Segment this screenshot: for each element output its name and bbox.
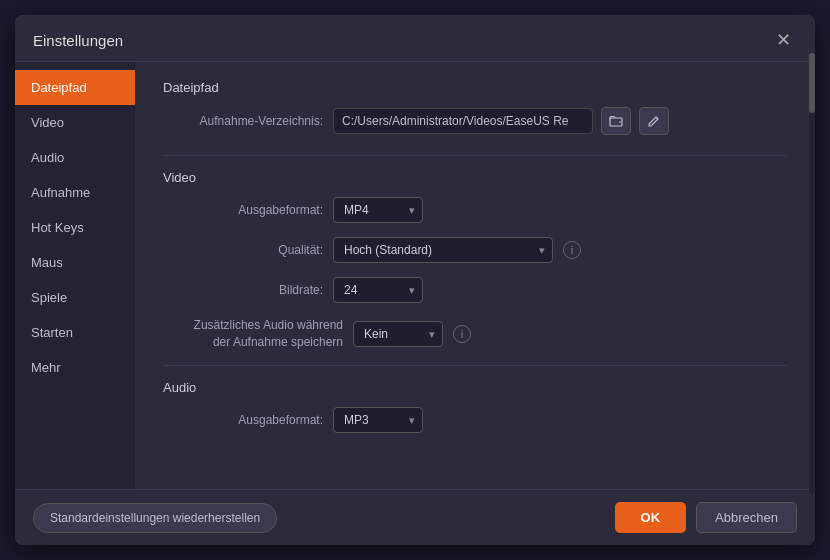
dateipfad-section-title: Dateipfad — [163, 80, 787, 95]
audio-section: Audio Ausgabeformat: MP3 AAC WAV FLAC — [163, 365, 787, 433]
browse-folder-button[interactable] — [601, 107, 631, 135]
sidebar-item-spiele[interactable]: Spiele — [15, 280, 135, 315]
edit-icon — [647, 114, 661, 128]
sidebar-item-audio[interactable]: Audio — [15, 140, 135, 175]
video-section-title: Video — [163, 170, 787, 185]
audio-format-select-wrapper: MP3 AAC WAV FLAC — [333, 407, 423, 433]
scrollbar-thumb[interactable] — [809, 62, 815, 113]
recording-dir-row: Aufnahme-Verzeichnis: — [163, 107, 787, 135]
video-format-select-wrapper: MP4 AVI MOV MKV — [333, 197, 423, 223]
title-bar: Einstellungen ✕ — [15, 15, 815, 62]
main-content: Dateipfad Aufnahme-Verzeichnis: — [135, 62, 815, 489]
path-row — [333, 107, 669, 135]
dateipfad-section: Dateipfad Aufnahme-Verzeichnis: — [163, 80, 787, 135]
sidebar-item-aufnahme[interactable]: Aufnahme — [15, 175, 135, 210]
extra-audio-label: Zusätzliches Audio währendder Aufnahme s… — [163, 317, 343, 351]
video-quality-select[interactable]: Niedrig Mittel Hoch (Standard) Sehr hoch — [333, 237, 553, 263]
extra-audio-row: Zusätzliches Audio währendder Aufnahme s… — [163, 317, 787, 351]
sidebar-item-video[interactable]: Video — [15, 105, 135, 140]
extra-audio-info-icon[interactable]: i — [453, 325, 471, 343]
video-framerate-row: Bildrate: 15 20 24 30 60 — [163, 277, 787, 303]
recording-dir-label: Aufnahme-Verzeichnis: — [163, 114, 323, 128]
content-area: Dateipfad Video Audio Aufnahme Hot Keys … — [15, 62, 815, 489]
video-quality-row: Qualität: Niedrig Mittel Hoch (Standard)… — [163, 237, 787, 263]
video-framerate-label: Bildrate: — [163, 283, 323, 297]
quality-info-icon[interactable]: i — [563, 241, 581, 259]
recording-dir-input[interactable] — [333, 108, 593, 134]
video-format-select[interactable]: MP4 AVI MOV MKV — [333, 197, 423, 223]
video-framerate-select-wrapper: 15 20 24 30 60 — [333, 277, 423, 303]
video-framerate-select[interactable]: 15 20 24 30 60 — [333, 277, 423, 303]
sidebar-item-dateipfad[interactable]: Dateipfad — [15, 70, 135, 105]
footer-right: OK Abbrechen — [615, 502, 797, 533]
sidebar-item-maus[interactable]: Maus — [15, 245, 135, 280]
folder-icon — [609, 114, 623, 128]
close-button[interactable]: ✕ — [770, 29, 797, 51]
audio-format-label: Ausgabeformat: — [163, 413, 323, 427]
restore-defaults-button[interactable]: Standardeinstellungen wiederherstellen — [33, 503, 277, 533]
settings-dialog: Einstellungen ✕ Dateipfad Video Audio Au… — [15, 15, 815, 545]
video-quality-select-wrapper: Niedrig Mittel Hoch (Standard) Sehr hoch — [333, 237, 553, 263]
footer: Standardeinstellungen wiederherstellen O… — [15, 489, 815, 545]
ok-button[interactable]: OK — [615, 502, 687, 533]
video-format-row: Ausgabeformat: MP4 AVI MOV MKV — [163, 197, 787, 223]
extra-audio-select[interactable]: Kein AAC MP3 — [353, 321, 443, 347]
cancel-button[interactable]: Abbrechen — [696, 502, 797, 533]
video-quality-label: Qualität: — [163, 243, 323, 257]
video-section: Video Ausgabeformat: MP4 AVI MOV MKV — [163, 155, 787, 351]
scrollbar-track — [809, 62, 815, 489]
sidebar-item-starten[interactable]: Starten — [15, 315, 135, 350]
sidebar: Dateipfad Video Audio Aufnahme Hot Keys … — [15, 62, 135, 489]
audio-section-title: Audio — [163, 380, 787, 395]
open-folder-button[interactable] — [639, 107, 669, 135]
video-format-label: Ausgabeformat: — [163, 203, 323, 217]
audio-format-select[interactable]: MP3 AAC WAV FLAC — [333, 407, 423, 433]
sidebar-item-mehr[interactable]: Mehr — [15, 350, 135, 385]
audio-format-row: Ausgabeformat: MP3 AAC WAV FLAC — [163, 407, 787, 433]
extra-audio-select-wrapper: Kein AAC MP3 — [353, 321, 443, 347]
sidebar-item-hotkeys[interactable]: Hot Keys — [15, 210, 135, 245]
dialog-title: Einstellungen — [33, 32, 123, 49]
